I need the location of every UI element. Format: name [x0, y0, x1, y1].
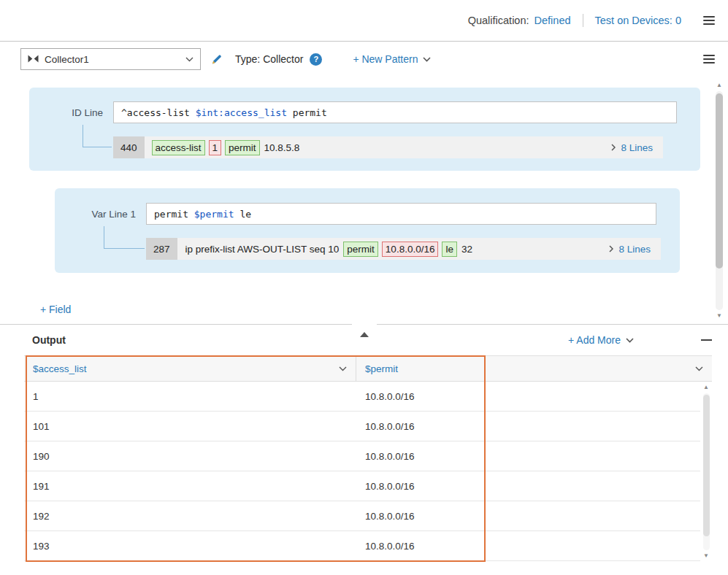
collector-icon	[28, 53, 39, 65]
column-header-access-list[interactable]: $access_list	[24, 356, 356, 381]
output-table-body-wrap: 110.8.0.0/1610110.8.0.0/1619010.8.0.0/16…	[24, 382, 712, 562]
sample-token-capture: 10.8.0.0/16	[382, 242, 439, 257]
output-title: Output	[32, 334, 66, 346]
top-bar: Qualification: Defined Test on Devices: …	[0, 0, 728, 42]
sample-token-capture: 1	[209, 140, 222, 155]
type-label: Type: Collector	[235, 53, 303, 65]
var-line-sample-bar: 287 ip prefix-list AWS-OUT-LIST seq 10pe…	[146, 238, 661, 260]
add-field-link[interactable]: + Field	[40, 304, 71, 315]
var-line-sample-tokens: ip prefix-list AWS-OUT-LIST seq 10permit…	[177, 238, 599, 260]
id-line-expand-label: 8 Lines	[621, 142, 653, 153]
table-row[interactable]: 19010.8.0.0/16	[24, 441, 700, 471]
test-on-devices-link[interactable]: Test on Devices: 0	[595, 15, 681, 26]
column-header-permit[interactable]: $permit	[356, 356, 712, 381]
chevron-down-icon	[423, 57, 431, 62]
sample-token-plain: ip prefix-list AWS-OUT-LIST seq 10	[185, 242, 340, 256]
scrollbar-thumb[interactable]	[703, 395, 710, 536]
qualification-value-link[interactable]: Defined	[534, 15, 571, 26]
cell-permit: 10.8.0.0/16	[356, 481, 700, 492]
cell-access-list: 193	[24, 541, 356, 552]
cell-permit: 10.8.0.0/16	[356, 511, 700, 522]
sample-token-match: access-list	[152, 140, 205, 155]
new-pattern-button[interactable]: + New Pattern	[353, 53, 431, 65]
id-line-label: ID Line	[41, 107, 113, 118]
var-line-input-pre: permit	[154, 209, 194, 220]
topbar-divider	[583, 14, 583, 27]
edit-icon[interactable]	[210, 53, 223, 66]
cell-permit: 10.8.0.0/16	[356, 421, 700, 432]
cell-permit: 10.8.0.0/16	[356, 391, 700, 402]
scrollbar-track[interactable]	[703, 393, 710, 550]
var-line-input[interactable]: permit $permit le	[146, 203, 656, 225]
table-row[interactable]: 110.8.0.0/16	[24, 382, 700, 412]
scroll-up-icon[interactable]: ▲	[716, 82, 722, 89]
output-header: Output + Add More	[0, 325, 728, 355]
var-line-label: Var Line 1	[66, 209, 146, 220]
output-scrollbar[interactable]: ▲ ▼	[700, 382, 712, 562]
hamburger-menu-icon[interactable]	[703, 53, 715, 66]
hamburger-menu-icon[interactable]	[703, 14, 715, 27]
chevron-down-icon[interactable]	[695, 366, 703, 371]
var-line-input-post: le	[234, 209, 251, 220]
var-line-sample-row: 287 ip prefix-list AWS-OUT-LIST seq 10pe…	[146, 238, 661, 260]
minimize-icon[interactable]	[701, 339, 712, 341]
table-row[interactable]: 10110.8.0.0/16	[24, 412, 700, 441]
var-line-box: Var Line 1 permit $permit le 287 ip pref…	[55, 188, 680, 273]
scroll-up-icon[interactable]: ▲	[703, 384, 709, 391]
collector-dropdown-value: Collector1	[45, 54, 180, 65]
pattern-scrollbar[interactable]: ▲ ▼	[714, 82, 724, 320]
pattern-toolbar: Collector1 Type: Collector ? + New Patte…	[0, 42, 728, 76]
table-row[interactable]: 19210.8.0.0/16	[24, 501, 700, 531]
table-row[interactable]: 19110.8.0.0/16	[24, 471, 700, 501]
cell-permit: 10.8.0.0/16	[356, 451, 700, 462]
chevron-down-icon[interactable]	[339, 366, 347, 371]
id-line-box: ID Line ^access-list $int:access_list pe…	[29, 88, 700, 171]
output-table: $access_list $permit 110.8.0.0/1610110.8…	[24, 355, 712, 562]
sample-token-match: permit	[343, 242, 378, 257]
scroll-down-icon[interactable]: ▼	[703, 552, 709, 560]
id-line-expand-link[interactable]: 8 Lines	[601, 136, 663, 158]
var-line-expand-link[interactable]: 8 Lines	[599, 238, 661, 260]
id-line-row: ID Line ^access-list $int:access_list pe…	[41, 101, 696, 123]
collector-dropdown[interactable]: Collector1	[20, 48, 201, 70]
id-line-sample-tokens: access-list1permit10.8.5.8	[145, 136, 602, 158]
scrollbar-track[interactable]	[716, 91, 723, 310]
column-header-label: $permit	[365, 363, 398, 374]
help-icon[interactable]: ?	[310, 53, 322, 66]
id-line-input-pre: ^access-list	[121, 107, 196, 118]
add-more-label: + Add More	[568, 334, 621, 346]
output-table-body: 110.8.0.0/1610110.8.0.0/1619010.8.0.0/16…	[24, 382, 700, 562]
table-row[interactable]: 19310.8.0.0/16	[24, 531, 700, 561]
output-table-header: $access_list $permit	[24, 355, 712, 382]
var-line-menu-icon[interactable]	[656, 207, 675, 220]
cell-access-list: 1	[24, 391, 356, 402]
column-header-label: $access_list	[33, 363, 87, 374]
qualification-label: Qualification:	[468, 15, 529, 26]
id-line-menu-icon[interactable]	[677, 106, 696, 119]
var-line-input-var: $permit	[194, 209, 234, 220]
chevron-right-icon	[611, 144, 616, 151]
new-pattern-label: + New Pattern	[353, 53, 418, 65]
chevron-right-icon	[609, 245, 613, 252]
sample-token-match: permit	[225, 140, 260, 155]
id-line-input-var: $int:access_list	[196, 107, 287, 118]
chevron-down-icon	[626, 338, 634, 343]
id-line-sample-bar: 440 access-list1permit10.8.5.8 8 Lines	[113, 136, 663, 158]
sample-token-match: le	[442, 242, 457, 257]
add-more-button[interactable]: + Add More	[568, 334, 634, 346]
scroll-down-icon[interactable]: ▼	[716, 312, 722, 320]
sample-token-plain: 10.8.5.8	[264, 141, 301, 155]
var-line-row: Var Line 1 permit $permit le	[66, 203, 675, 225]
cell-access-list: 101	[24, 421, 356, 432]
connector-line	[104, 226, 145, 249]
var-line-expand-label: 8 Lines	[618, 244, 651, 255]
id-line-input-post: permit	[287, 107, 327, 118]
id-line-input[interactable]: ^access-list $int:access_list permit	[113, 101, 677, 123]
cell-access-list: 191	[24, 481, 356, 492]
cell-access-list: 190	[24, 451, 356, 462]
cell-access-list: 192	[24, 511, 356, 522]
line-number-badge: 287	[146, 238, 177, 260]
pattern-canvas: ID Line ^access-list $int:access_list pe…	[0, 76, 728, 324]
scrollbar-thumb[interactable]	[716, 93, 723, 269]
cell-permit: 10.8.0.0/16	[356, 541, 700, 552]
